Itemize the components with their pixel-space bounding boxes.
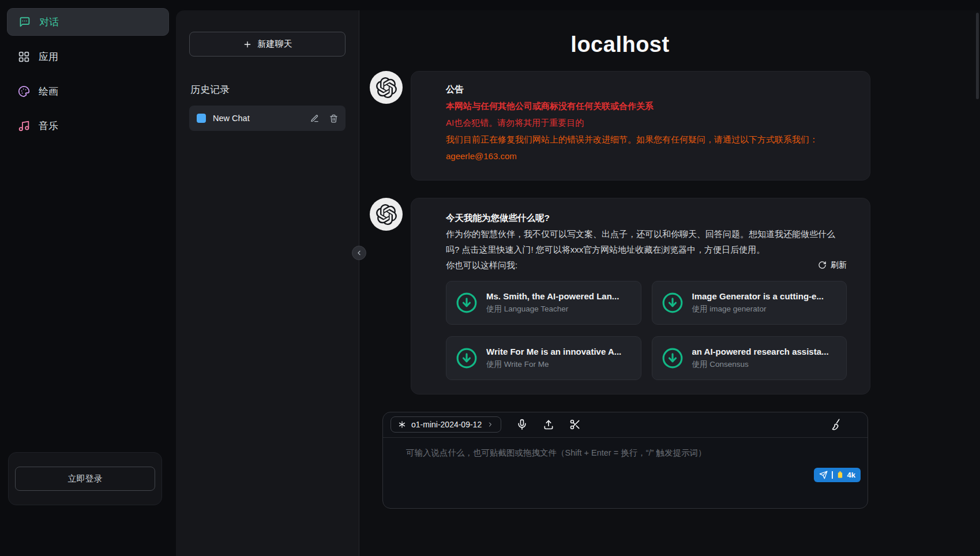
scrollbar-thumb[interactable]: [976, 13, 979, 99]
suggestion-card[interactable]: Image Generator is a cutting-e... 使用 ima…: [652, 281, 847, 325]
suggestion-card[interactable]: Write For Me is an innovative A... 使用 Wr…: [446, 336, 641, 380]
token-count: 4k: [847, 471, 855, 479]
announcement-line: AI也会犯错。请勿将其用于重要目的: [446, 117, 847, 129]
collapse-sidebar-button[interactable]: [352, 246, 366, 260]
app-panel: 新建聊天 历史记录 New Chat localhost: [176, 10, 980, 556]
chat-main: localhost 公告 本网站与任何其他公司或商标没有任何关联或合作关系 AI…: [359, 10, 980, 556]
welcome-body: 作为你的智慧伙伴，我不仅可以写文案、出点子，还可以和你聊天、回答问题。想知道我还…: [446, 226, 847, 257]
chat-color-swatch: [197, 114, 206, 123]
suggestion-card[interactable]: an AI-powered research assista... 使用 Con…: [652, 336, 847, 380]
send-token-badge[interactable]: 4k: [814, 468, 861, 482]
refresh-icon: [818, 261, 827, 269]
chat-input[interactable]: [383, 438, 868, 506]
suggestion-subtitle: 使用 Language Teacher: [486, 304, 619, 314]
clear-broom-icon[interactable]: [829, 418, 843, 431]
refresh-label: 刷新: [831, 258, 847, 272]
suggestion-subtitle: 使用 image generator: [692, 304, 824, 314]
suggestion-title: Write For Me is an innovative A...: [486, 347, 621, 356]
palette-icon: [18, 85, 30, 97]
chevron-right-icon: [487, 421, 494, 428]
openai-logo-icon: [376, 77, 397, 98]
sparkle-icon: [398, 420, 406, 429]
openai-logo-icon: [376, 204, 397, 225]
message-welcome: 今天我能为您做些什么呢? 作为你的智慧伙伴，我不仅可以写文案、出点子，还可以和你…: [370, 198, 870, 394]
upload-icon[interactable]: [543, 419, 554, 430]
assistant-avatar: [370, 71, 403, 104]
announcement-bubble: 公告 本网站与任何其他公司或商标没有任何关联或合作关系 AI也会犯错。请勿将其用…: [411, 71, 870, 181]
message-announcement: 公告 本网站与任何其他公司或商标没有任何关联或合作关系 AI也会犯错。请勿将其用…: [370, 71, 870, 181]
suggestion-grid: Ms. Smith, the AI-powered Lan... 使用 Lang…: [446, 281, 847, 380]
welcome-bubble: 今天我能为您做些什么呢? 作为你的智慧伙伴，我不仅可以写文案、出点子，还可以和你…: [411, 198, 870, 394]
new-chat-label: 新建聊天: [258, 39, 292, 50]
chat-list-panel: 新建聊天 历史记录 New Chat: [176, 10, 359, 556]
ask-label: 你也可以这样问我:: [446, 257, 517, 273]
history-heading: 历史记录: [190, 83, 344, 96]
suggestion-card[interactable]: Ms. Smith, the AI-powered Lan... 使用 Lang…: [446, 281, 641, 325]
login-panel: 立即登录: [8, 452, 162, 505]
chat-title: New Chat: [213, 114, 303, 123]
chat-bubble-icon: [18, 16, 31, 28]
suggestion-title: Ms. Smith, the AI-powered Lan...: [486, 291, 619, 301]
chevron-left-icon: [355, 249, 363, 257]
battery-icon: [837, 471, 843, 479]
circle-arrow-down-icon: [662, 347, 684, 369]
music-note-icon: [18, 120, 30, 132]
plus-icon: [243, 40, 252, 49]
history-list-item[interactable]: New Chat: [189, 106, 346, 131]
sidebar-item-label: 音乐: [39, 119, 58, 133]
sidebar-item-label: 应用: [39, 50, 58, 63]
circle-arrow-down-icon: [456, 347, 478, 369]
apps-grid-icon: [18, 51, 30, 63]
sidebar-item-apps[interactable]: 应用: [7, 43, 169, 70]
refresh-suggestions-button[interactable]: 刷新: [818, 258, 847, 272]
suggestion-subtitle: 使用 Consensus: [692, 359, 829, 370]
circle-arrow-down-icon: [456, 292, 478, 314]
sidebar: 对话 应用 绘画 音乐 立即登录: [0, 0, 176, 556]
contact-email-link[interactable]: ageerle@163.com: [446, 151, 517, 161]
sidebar-item-chat[interactable]: 对话: [7, 8, 169, 36]
page-title: localhost: [370, 32, 870, 57]
badge-divider: [832, 471, 833, 479]
announcement-line: 本网站与任何其他公司或商标没有任何关联或合作关系: [446, 100, 847, 112]
composer: o1-mini-2024-09-12: [382, 412, 868, 509]
suggestion-subtitle: 使用 Write For Me: [486, 359, 621, 370]
announcement-heading: 公告: [446, 83, 847, 96]
model-selector[interactable]: o1-mini-2024-09-12: [391, 416, 501, 433]
microphone-icon[interactable]: [516, 419, 528, 430]
composer-input-area: [383, 438, 868, 508]
delete-trash-icon[interactable]: [329, 114, 338, 123]
welcome-heading: 今天我能为您做些什么呢?: [446, 210, 847, 226]
composer-toolbar: o1-mini-2024-09-12: [383, 412, 868, 438]
scissors-icon[interactable]: [569, 419, 581, 430]
model-name: o1-mini-2024-09-12: [411, 420, 482, 429]
send-plane-icon: [819, 471, 828, 479]
suggestion-title: an AI-powered research assista...: [692, 347, 829, 356]
new-chat-button[interactable]: 新建聊天: [189, 32, 346, 57]
circle-arrow-down-icon: [662, 292, 684, 314]
sidebar-item-label: 对话: [39, 16, 59, 29]
assistant-avatar: [370, 198, 403, 231]
announcement-line: 我们目前正在修复我们网站上的错误并改进细节。如果您有任何疑问，请通过以下方式联系…: [446, 133, 847, 146]
edit-pencil-icon[interactable]: [310, 114, 319, 123]
sidebar-item-music[interactable]: 音乐: [7, 112, 169, 140]
sidebar-item-label: 绘画: [39, 85, 58, 98]
login-button[interactable]: 立即登录: [15, 467, 155, 491]
suggestion-title: Image Generator is a cutting-e...: [692, 291, 824, 301]
sidebar-item-paint[interactable]: 绘画: [7, 77, 169, 105]
